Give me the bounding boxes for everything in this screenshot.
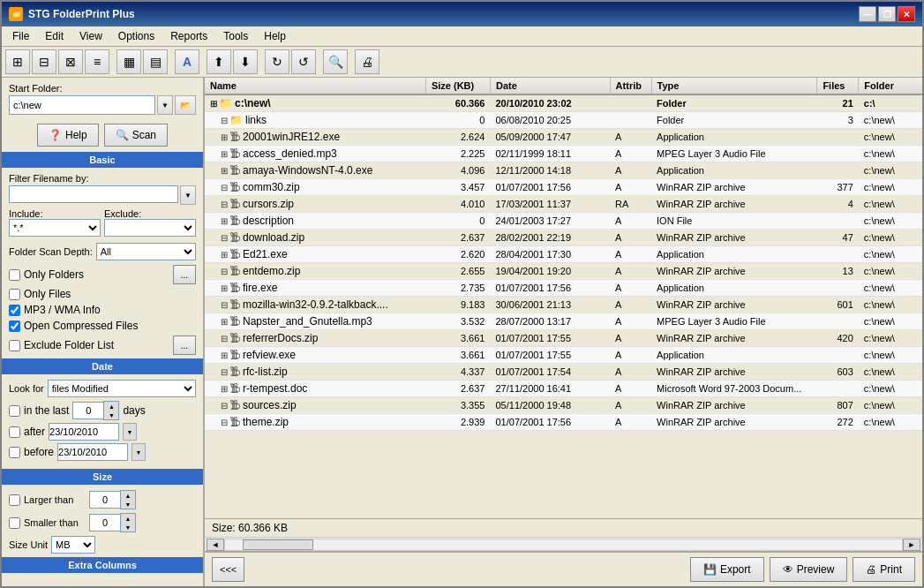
expand-icon[interactable]: ⊞: [221, 384, 228, 394]
h-scrollbar-track[interactable]: [224, 539, 903, 551]
in-last-value[interactable]: [72, 402, 103, 419]
toolbar-btn-3[interactable]: ⊠: [58, 49, 83, 74]
restore-button[interactable]: ❐: [878, 6, 896, 22]
expand-icon[interactable]: ⊞: [210, 99, 217, 109]
table-row[interactable]: ⊟🗜sources.zip3.35505/11/2000 19:48AWinRA…: [205, 397, 922, 414]
table-row[interactable]: ⊟🗜rfc-list.zip4.33701/07/2001 17:54AWinR…: [205, 364, 922, 381]
mp3-checkbox[interactable]: [9, 305, 20, 316]
larger-value[interactable]: [89, 491, 120, 509]
expand-icon[interactable]: ⊞: [221, 166, 228, 176]
after-input[interactable]: [49, 423, 119, 441]
expand-icon[interactable]: ⊞: [221, 132, 228, 142]
size-unit-combo[interactable]: MB KB GB: [51, 536, 95, 554]
table-row[interactable]: ⊟🗜entdemo.zip2.65519/04/2001 19:20AWinRA…: [205, 263, 922, 280]
table-row[interactable]: ⊞🗜description024/01/2003 17:27AION Filec…: [205, 213, 922, 230]
table-row[interactable]: ⊟🗜download.zip2.63728/02/2001 22:19AWinR…: [205, 230, 922, 246]
smaller-value[interactable]: [89, 514, 120, 531]
menu-tools[interactable]: Tools: [216, 28, 255, 44]
toolbar-btn-13[interactable]: 🖨: [355, 49, 379, 74]
scroll-left-btn[interactable]: ◄: [207, 539, 224, 551]
exclude-combo[interactable]: [104, 219, 196, 237]
print-button[interactable]: 🖨 Print: [853, 557, 915, 582]
expand-icon[interactable]: ⊟: [221, 418, 228, 427]
h-scrollbar-thumb[interactable]: [243, 539, 313, 550]
table-row[interactable]: ⊞🗜Napster_and_Gnutella.mp33.53228/07/200…: [205, 313, 922, 330]
col-attrib[interactable]: Attrib: [610, 78, 651, 94]
expand-icon[interactable]: ⊟: [221, 183, 228, 192]
include-combo[interactable]: *.*: [9, 219, 101, 237]
menu-reports[interactable]: Reports: [163, 28, 214, 44]
toolbar-btn-8[interactable]: ⬆: [207, 49, 231, 74]
smaller-up[interactable]: ▲: [121, 514, 135, 523]
scan-button[interactable]: 🔍 Scan: [104, 124, 168, 147]
toolbar-btn-4[interactable]: ≡: [85, 49, 109, 74]
table-row[interactable]: ⊞🗜amaya-WindowsNT-4.0.exe4.09612/11/2000…: [205, 162, 922, 179]
help-button[interactable]: ❓ Help: [37, 124, 99, 147]
close-button[interactable]: ✕: [898, 6, 915, 22]
table-row[interactable]: ⊞🗜access_denied.mp32.22502/11/1999 18:11…: [205, 146, 922, 162]
expand-icon[interactable]: ⊟: [221, 401, 228, 411]
preview-button[interactable]: 👁 Preview: [770, 557, 848, 582]
menu-options[interactable]: Options: [111, 28, 162, 44]
menu-file[interactable]: File: [5, 28, 36, 44]
filter-combo-arrow[interactable]: ▼: [180, 185, 196, 205]
before-combo-arrow[interactable]: ▼: [131, 443, 146, 461]
toolbar-btn-12[interactable]: 🔍: [323, 49, 348, 74]
expand-icon[interactable]: ⊟: [221, 200, 228, 209]
expand-icon[interactable]: ⊟: [221, 334, 228, 343]
larger-up[interactable]: ▲: [121, 491, 135, 500]
minimize-button[interactable]: —: [859, 6, 876, 22]
table-row[interactable]: ⊞🗜refview.exe3.66101/07/2001 17:55AAppli…: [205, 347, 922, 364]
nav-back-button[interactable]: <<<: [212, 557, 244, 582]
depth-combo[interactable]: All: [96, 243, 196, 260]
toolbar-btn-2[interactable]: ⊟: [32, 49, 56, 74]
expand-icon[interactable]: ⊞: [221, 216, 228, 226]
folder-combo-arrow[interactable]: ▼: [157, 95, 173, 115]
col-files[interactable]: Files: [817, 78, 859, 94]
larger-down[interactable]: ▼: [121, 500, 135, 509]
expand-icon[interactable]: ⊟: [221, 367, 228, 377]
export-button[interactable]: 💾 Export: [690, 557, 764, 582]
expand-icon[interactable]: ⊞: [221, 283, 228, 293]
expand-icon[interactable]: ⊟: [221, 267, 228, 276]
menu-view[interactable]: View: [72, 28, 109, 44]
table-row[interactable]: ⊟🗜referrerDocs.zip3.66101/07/2001 17:55A…: [205, 330, 922, 347]
table-row[interactable]: ⊞📁c:\new\60.36620/10/2010 23:02Folder21c…: [205, 94, 922, 112]
folder-input[interactable]: [9, 95, 155, 115]
toolbar-btn-11[interactable]: ↺: [291, 49, 316, 74]
expand-icon[interactable]: ⊟: [221, 116, 228, 125]
expand-icon[interactable]: ⊟: [221, 233, 228, 243]
menu-help[interactable]: Help: [257, 28, 293, 44]
toolbar-btn-7[interactable]: A: [175, 49, 199, 74]
menu-edit[interactable]: Edit: [38, 28, 71, 44]
table-row[interactable]: ⊞🗜Ed21.exe2.62028/04/2001 17:30AApplicat…: [205, 246, 922, 263]
col-size[interactable]: Size (KB): [425, 78, 490, 94]
toolbar-btn-10[interactable]: ↻: [265, 49, 289, 74]
in-last-up[interactable]: ▲: [104, 402, 118, 411]
expand-icon[interactable]: ⊞: [221, 149, 228, 159]
table-row[interactable]: ⊞🗜fire.exe2.73501/07/2001 17:56AApplicat…: [205, 280, 922, 297]
table-row[interactable]: ⊟🗜theme.zip2.93901/07/2001 17:56AWinRAR …: [205, 414, 922, 431]
folder-browse-button[interactable]: 📂: [175, 95, 196, 115]
before-input[interactable]: [57, 443, 128, 461]
col-date[interactable]: Date: [490, 78, 610, 94]
in-last-down[interactable]: ▼: [104, 411, 118, 419]
compressed-checkbox[interactable]: [9, 320, 20, 332]
file-list-container[interactable]: Name Size (KB) Date Attrib Type Files Fo…: [205, 78, 922, 518]
toolbar-btn-1[interactable]: ⊞: [5, 49, 30, 74]
filter-input[interactable]: [9, 185, 178, 203]
only-files-checkbox[interactable]: [9, 289, 20, 300]
table-row[interactable]: ⊟🗜cursors.zip4.01017/03/2001 11:37RAWinR…: [205, 196, 922, 213]
col-name[interactable]: Name: [205, 78, 425, 94]
before-checkbox[interactable]: [9, 447, 20, 458]
expand-icon[interactable]: ⊞: [221, 317, 228, 327]
table-row[interactable]: ⊞🗜r-tempest.doc2.63727/11/2000 16:41AMic…: [205, 381, 922, 397]
table-row[interactable]: ⊟🗜mozilla-win32-0.9.2-talkback....9.1833…: [205, 297, 922, 313]
toolbar-btn-6[interactable]: ▤: [143, 49, 168, 74]
after-combo-arrow[interactable]: ▼: [123, 423, 137, 441]
col-folder[interactable]: Folder: [859, 78, 922, 94]
in-last-checkbox[interactable]: [9, 405, 20, 417]
expand-icon[interactable]: ⊞: [221, 250, 228, 260]
table-row[interactable]: ⊟📁links006/08/2010 20:25Folder3c:\new\: [205, 112, 922, 129]
expand-icon[interactable]: ⊟: [221, 300, 228, 310]
